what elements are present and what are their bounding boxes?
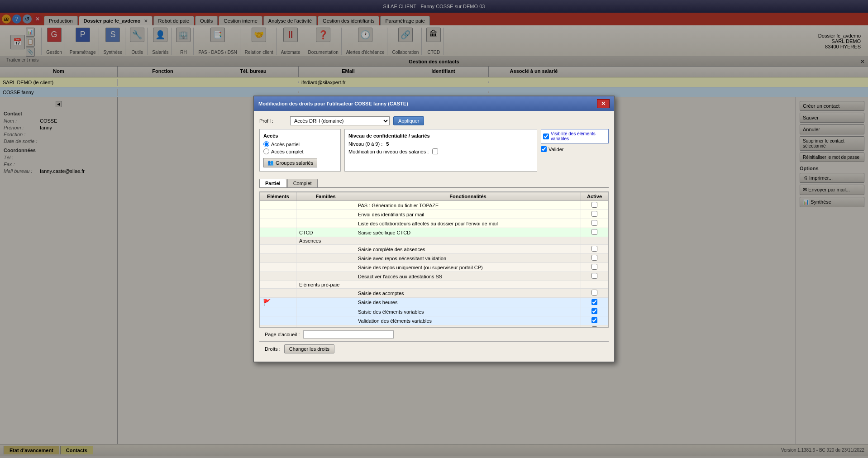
tab-complet[interactable]: Complet: [287, 179, 318, 187]
fam-10: Eléments pré-paie: [296, 281, 355, 289]
active-12: [581, 298, 608, 307]
access-partiel-radio[interactable]: [263, 141, 269, 147]
perm-row-3: Liste des collaborateurs affectés au dos…: [260, 219, 608, 228]
active-2: [581, 210, 608, 219]
modal-overlay: Modification des droits pour l'utilisate…: [0, 0, 868, 458]
appliquer-btn[interactable]: Appliquer: [393, 116, 424, 125]
niveau-label: Niveau (0 à 9) :: [348, 141, 382, 147]
fam-6: [296, 245, 355, 254]
perm-row-6: Saisie complète des absences: [260, 245, 608, 254]
elem-9: [260, 272, 296, 281]
func-10: [355, 281, 581, 289]
fam-1: [296, 201, 355, 210]
access-confidentiality-row: Accès Accès partiel Accès complet 👥 Grou…: [259, 129, 609, 175]
elem-10: [260, 281, 296, 289]
checkbox-7[interactable]: [591, 255, 597, 261]
func-9: Désactiver l'accès aux attestations SS: [355, 272, 581, 281]
active-7: [581, 254, 608, 263]
fam-3: [296, 219, 355, 228]
perm-row-4: CTCD Saisie spécifique CTCD: [260, 228, 608, 237]
func-8: Saisie des repos uniquement (ou supervis…: [355, 263, 581, 272]
checkbox-2[interactable]: [591, 211, 597, 217]
access-complet-label: Accès complet: [271, 149, 304, 154]
profil-select[interactable]: Accès DRH (domaine): [290, 116, 390, 125]
checkbox-4[interactable]: [591, 229, 597, 235]
active-9: [581, 272, 608, 281]
modal-dialog: Modification des droits pour l'utilisate…: [253, 95, 615, 363]
fam-12: [296, 298, 355, 307]
elem-4: [260, 228, 296, 237]
changer-droits-btn[interactable]: Changer les droits: [284, 344, 334, 353]
access-section: Accès Accès partiel Accès complet 👥 Grou…: [259, 129, 341, 172]
func-13: Saisie des éléments variables: [355, 307, 581, 316]
checkbox-3[interactable]: [591, 220, 597, 226]
perm-row-9: Désactiver l'accès aux attestations SS: [260, 272, 608, 281]
perm-row-14: Validation des éléments variables: [260, 316, 608, 325]
access-complet-radio[interactable]: [263, 148, 269, 154]
elem-6: [260, 245, 296, 254]
active-4: [581, 228, 608, 237]
func-5: [355, 237, 581, 245]
checkbox-8[interactable]: [591, 264, 597, 270]
access-title: Accès: [263, 133, 337, 138]
active-1: [581, 201, 608, 210]
func-2: Envoi des identifiants par mail: [355, 210, 581, 219]
checkbox-9[interactable]: [591, 273, 597, 279]
profil-label: Profil :: [259, 118, 286, 124]
elem-1: [260, 201, 296, 210]
tab-partiel[interactable]: Partiel: [259, 179, 286, 187]
droits-label: Droits :: [265, 346, 281, 352]
checkbox-14[interactable]: [591, 317, 597, 323]
confidentiality-section: Niveau de confidentialité / salariés Niv…: [344, 129, 537, 172]
niveau-val: 5: [386, 141, 389, 147]
checkbox-11[interactable]: [591, 290, 597, 296]
fam-8: [296, 263, 355, 272]
modif-checkbox[interactable]: [432, 148, 438, 154]
checkbox-6[interactable]: [591, 246, 597, 252]
checkbox-13[interactable]: [591, 308, 597, 314]
active-13: [581, 307, 608, 316]
elem-7: [260, 254, 296, 263]
elem-14: [260, 316, 296, 325]
active-6: [581, 245, 608, 254]
active-8: [581, 263, 608, 272]
page-accueil-label: Page d'accueil :: [265, 332, 300, 337]
col-active: Active: [581, 192, 608, 201]
perm-row-13: Saisie des éléments variables: [260, 307, 608, 316]
col-familles: Familles: [296, 192, 355, 201]
groupes-salaries-btn[interactable]: 👥 Groupes salariés: [263, 158, 317, 167]
elem-11: [260, 289, 296, 298]
func-4: Saisie spécifique CTCD: [355, 228, 581, 237]
visibilite-checkbox[interactable]: [543, 134, 549, 139]
droits-row: Droits : Changer les droits: [259, 341, 609, 356]
elem-12: 🚩: [260, 298, 296, 307]
func-6: Saisie complète des absences: [355, 245, 581, 254]
checkbox-1[interactable]: [591, 202, 597, 208]
perm-row-10: Eléments pré-paie: [260, 281, 608, 289]
modal-close-btn[interactable]: ✕: [597, 99, 610, 108]
checkbox-12[interactable]: [591, 299, 597, 305]
fam-5: Absences: [296, 237, 355, 245]
valider-checkbox[interactable]: [541, 146, 547, 152]
profil-row: Profil : Accès DRH (domaine) Appliquer: [259, 116, 609, 125]
active-10: [581, 281, 608, 289]
access-partiel-label: Accès partiel: [271, 142, 300, 147]
modif-label: Modification du niveau des salariés :: [348, 149, 429, 154]
perm-row-5: Absences: [260, 237, 608, 245]
active-3: [581, 219, 608, 228]
flag-icon-12: 🚩: [263, 299, 271, 306]
visibilite-btn[interactable]: Visibilité des éléments variables: [541, 129, 609, 143]
fam-14: [296, 316, 355, 325]
func-1: PAS : Génération du fichier TOPAZE: [355, 201, 581, 210]
col-fonctionnalites: Fonctionnalités: [355, 192, 581, 201]
access-partiel-row: Accès partiel: [263, 141, 337, 147]
fam-9: [296, 272, 355, 281]
fam-7: [296, 254, 355, 263]
page-accueil-input[interactable]: [303, 330, 394, 339]
active-14: [581, 316, 608, 325]
elem-8: [260, 263, 296, 272]
fam-11: [296, 289, 355, 298]
elem-13: [260, 307, 296, 316]
perm-row-12: 🚩 Saisie des heures: [260, 298, 608, 307]
confidentiality-title: Niveau de confidentialité / salariés: [348, 133, 533, 138]
